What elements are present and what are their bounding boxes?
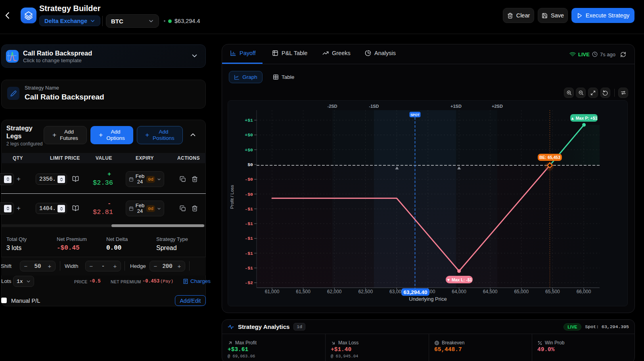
svg-text:62,000: 62,000 [327,289,342,294]
svg-text:-$1: -$1 [245,236,253,241]
svg-text:-$1: -$1 [245,206,253,212]
svg-text:64,500: 64,500 [483,289,498,294]
svg-text:66,000: 66,000 [577,289,591,294]
svg-text:-$1: -$1 [245,265,253,271]
svg-text:SPOT: SPOT [410,113,420,117]
svg-text:-$2: -$2 [245,280,253,285]
svg-text:BE: 65,453: BE: 65,453 [539,155,560,160]
svg-text:65,500: 65,500 [545,289,560,294]
svg-text:▼ Max L: -$1: ▼ Max L: -$1 [447,277,472,282]
svg-text:61,000: 61,000 [265,289,280,294]
svg-text:61,500: 61,500 [296,289,310,294]
svg-text:Underlying Price: Underlying Price [409,296,447,302]
svg-text:-$1: -$1 [245,221,253,226]
svg-text:Profit / Loss: Profit / Loss [230,185,234,209]
svg-text:▲ Max P: +$1: ▲ Max P: +$1 [571,116,598,120]
svg-text:62,500: 62,500 [358,289,373,294]
svg-text:-1SD: -1SD [369,104,379,109]
svg-text:63,294.40: 63,294.40 [403,289,427,295]
svg-text:-$0: -$0 [245,192,253,197]
svg-text:+$0: +$0 [245,147,253,153]
svg-text:-$0: -$0 [245,177,253,182]
svg-text:64,000: 64,000 [452,289,466,294]
svg-text:-$1: -$1 [245,251,253,256]
svg-text:$0: $0 [247,162,253,167]
svg-text:65,000: 65,000 [514,289,529,294]
svg-text:+$0: +$0 [245,132,253,138]
svg-text:+2SD: +2SD [492,104,503,109]
svg-text:-2SD: -2SD [327,104,337,109]
svg-text:+1SD: +1SD [450,104,462,109]
svg-text:+$1: +$1 [245,118,253,123]
